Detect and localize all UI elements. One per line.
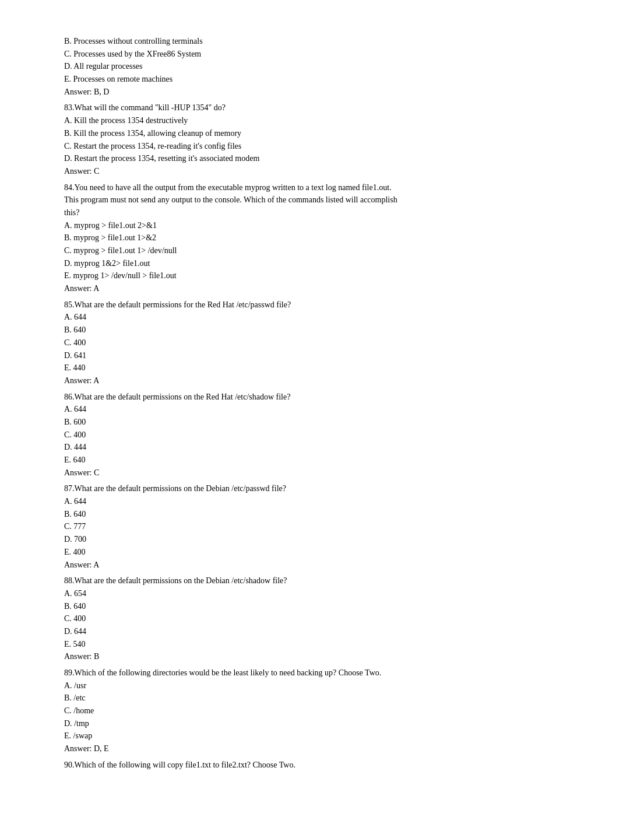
q89-option-b: B. /etc — [64, 692, 586, 705]
q87-option-b: B. 640 — [64, 508, 586, 521]
question-89: 89.Which of the following directories wo… — [64, 667, 586, 679]
q88-option-c: C. 400 — [64, 612, 586, 625]
q84-option-d: D. myprog 1&2> file1.out — [64, 257, 586, 270]
q89-option-a: A. /usr — [64, 679, 586, 692]
answer-85: Answer: A — [64, 374, 586, 387]
answer-82: Answer: B, D — [64, 86, 586, 99]
q83-option-c: C. Restart the process 1354, re-reading … — [64, 140, 586, 153]
q87-option-c: C. 777 — [64, 520, 586, 533]
q88-option-e: E. 540 — [64, 638, 586, 651]
answer-87: Answer: A — [64, 559, 586, 572]
q85-option-b: B. 640 — [64, 324, 586, 337]
q86-option-b: B. 600 — [64, 416, 586, 429]
q87-option-a: A. 644 — [64, 495, 586, 508]
q89-option-c: C. /home — [64, 705, 586, 717]
q83-option-a: A. Kill the process 1354 destructively — [64, 114, 586, 127]
q83-option-b: B. Kill the process 1354, allowing clean… — [64, 127, 586, 140]
question-83: 83.What will the command "kill -HUP 1354… — [64, 101, 586, 114]
question-88: 88.What are the default permissions on t… — [64, 574, 586, 587]
page-content: B. Processes without controlling termina… — [64, 35, 586, 772]
question-87: 87.What are the default permissions on t… — [64, 482, 586, 495]
question-84-cont2: this? — [64, 206, 586, 219]
q89-option-d: D. /tmp — [64, 717, 586, 730]
answer-83: Answer: C — [64, 165, 586, 178]
q88-option-d: D. 644 — [64, 625, 586, 638]
answer-86: Answer: C — [64, 467, 586, 479]
q84-option-c: C. myprog > file1.out 1> /dev/null — [64, 244, 586, 257]
line-e-remote: E. Processes on remote machines — [64, 73, 586, 86]
question-90: 90.Which of the following will copy file… — [64, 759, 586, 772]
question-85: 85.What are the default permissions for … — [64, 299, 586, 311]
q83-option-d: D. Restart the process 1354, resetting i… — [64, 152, 586, 165]
answer-84: Answer: A — [64, 282, 586, 295]
line-b-terminal: B. Processes without controlling termina… — [64, 35, 586, 48]
question-84: 84.You need to have all the output from … — [64, 181, 586, 194]
line-d-regular: D. All regular processes — [64, 60, 586, 73]
question-84-cont: This program must not send any output to… — [64, 194, 586, 206]
q89-option-e: E. /swap — [64, 730, 586, 742]
q86-option-a: A. 644 — [64, 403, 586, 416]
q86-option-d: D. 444 — [64, 441, 586, 454]
q85-option-c: C. 400 — [64, 337, 586, 349]
question-86: 86.What are the default permissions on t… — [64, 391, 586, 404]
q85-option-a: A. 644 — [64, 311, 586, 324]
q87-option-d: D. 700 — [64, 533, 586, 546]
q88-option-b: B. 640 — [64, 600, 586, 613]
q88-option-a: A. 654 — [64, 587, 586, 600]
answer-89: Answer: D, E — [64, 742, 586, 755]
q86-option-e: E. 640 — [64, 454, 586, 467]
q86-option-c: C. 400 — [64, 429, 586, 441]
q84-option-e: E. myprog 1> /dev/null > file1.out — [64, 269, 586, 282]
q85-option-e: E. 440 — [64, 362, 586, 374]
q84-option-a: A. myprog > file1.out 2>&1 — [64, 219, 586, 232]
line-c-xfree86: C. Processes used by the XFree86 System — [64, 48, 586, 61]
q85-option-d: D. 641 — [64, 349, 586, 362]
q84-option-b: B. myprog > file1.out 1>&2 — [64, 232, 586, 244]
q87-option-e: E. 400 — [64, 546, 586, 559]
answer-88: Answer: B — [64, 650, 586, 663]
